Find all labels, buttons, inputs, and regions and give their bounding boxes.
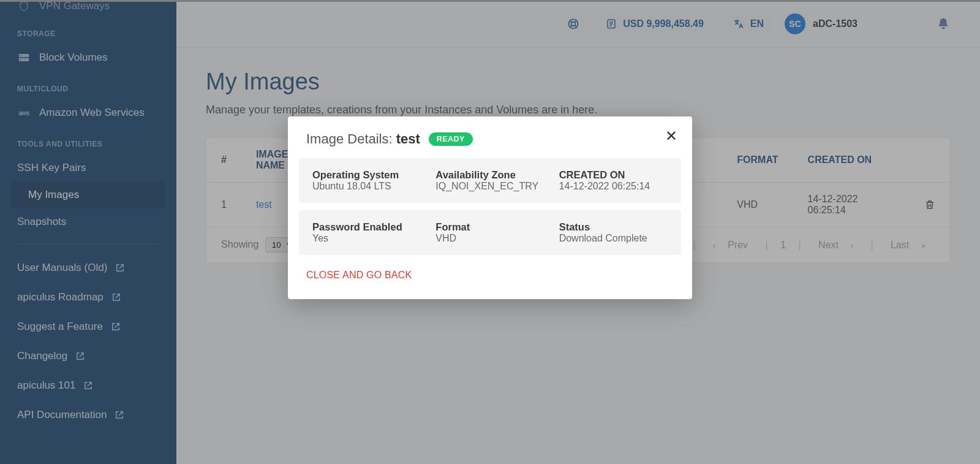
value-status: Download Complete [559, 233, 668, 244]
label-pwd: Password Enabled [312, 221, 421, 233]
modal-overlay[interactable]: Image Details: test READY ✕ Operating Sy… [0, 0, 980, 464]
modal-header: Image Details: test READY [288, 131, 692, 158]
label-format: Format [435, 221, 544, 233]
value-pwd: Yes [312, 233, 421, 244]
window-top-edge [0, 0, 980, 2]
modal-title-name: test [396, 131, 420, 146]
value-created: 14-12-2022 06:25:14 [559, 181, 668, 192]
label-created: CREATED ON [559, 169, 668, 181]
close-icon: ✕ [665, 127, 677, 144]
label-os: Operating System [312, 169, 421, 181]
label-status: Status [559, 221, 668, 233]
value-os: Ubuntu 18.04 LTS [312, 181, 421, 192]
value-zone: IQ_NOI_XEN_EC_TRY [435, 181, 544, 192]
detail-block-1: Operating System Ubuntu 18.04 LTS Availa… [299, 158, 681, 203]
close-and-go-back-link[interactable]: CLOSE AND GO BACK [306, 270, 412, 280]
value-format: VHD [435, 233, 544, 244]
status-badge: READY [429, 132, 473, 146]
modal-footer: CLOSE AND GO BACK [288, 262, 692, 281]
close-button[interactable]: ✕ [665, 129, 677, 143]
image-details-modal: Image Details: test READY ✕ Operating Sy… [288, 116, 692, 299]
detail-block-2: Password Enabled Yes Format VHD Status D… [299, 210, 681, 255]
modal-title-prefix: Image Details: [306, 131, 396, 146]
label-zone: Availability Zone [435, 169, 544, 181]
modal-title: Image Details: test [306, 131, 420, 147]
